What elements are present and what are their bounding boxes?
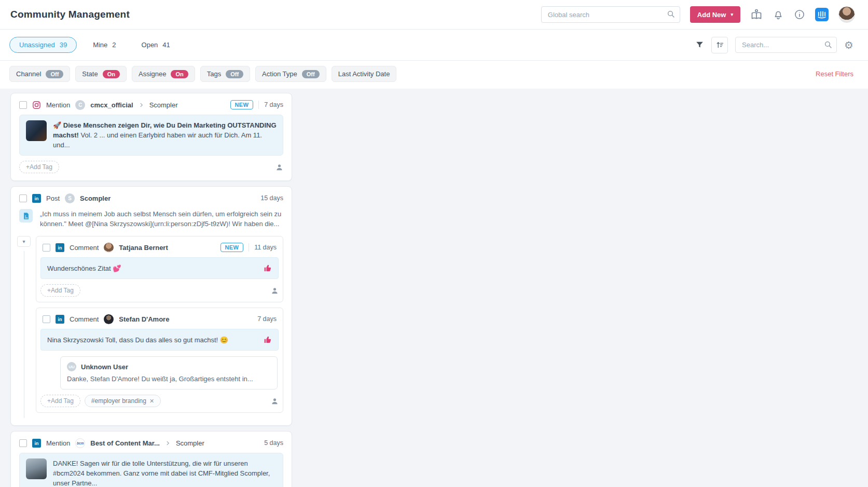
assign-user-icon[interactable]	[271, 287, 279, 295]
toggle-badge: Off	[226, 70, 243, 78]
linkedin-icon: in	[56, 243, 64, 252]
assign-user-icon[interactable]	[271, 397, 279, 405]
filter-chip-channel[interactable]: Channel Off	[9, 66, 70, 82]
commenter-name[interactable]: Tatjana Bernert	[119, 244, 168, 252]
filter-label: State	[82, 70, 98, 78]
instagram-icon	[32, 101, 41, 109]
comment-footer: +Add Tag	[40, 284, 279, 297]
comment-text: Nina Skrzyszowski Toll, dass Du das alle…	[47, 336, 228, 344]
author-avatar: bcm	[75, 438, 85, 448]
comment-text: Wunderschönes Zitat 💕	[47, 265, 121, 272]
tab-unassigned[interactable]: Unassigned 39	[9, 37, 77, 53]
toggle-badge: Off	[302, 70, 320, 78]
age-label: 11 days	[254, 244, 277, 251]
post-thumbnail	[26, 458, 47, 479]
tab-count: 2	[112, 41, 116, 49]
comment-header: in Comment Stefan D'Amore 7 days	[40, 314, 279, 324]
comment-body[interactable]: Wunderschönes Zitat 💕	[40, 257, 279, 279]
author-name[interactable]: Best of Content Mar...	[90, 439, 160, 447]
new-badge: NEW	[230, 100, 254, 109]
author-avatar: S	[65, 193, 75, 203]
search-icon	[667, 10, 675, 20]
filter-chip-assignee[interactable]: Assignee On	[132, 66, 195, 82]
target-account[interactable]: Scompler	[176, 439, 204, 447]
select-checkbox[interactable]	[43, 244, 50, 252]
tab-label: Open	[142, 41, 158, 49]
author-name[interactable]: Scompler	[80, 194, 111, 202]
global-search-input[interactable]	[541, 6, 680, 23]
header-actions: Add New ▾	[541, 6, 855, 23]
post-snippet[interactable]: 🚀 Diese Menschen zeigen Dir, wie Du Dein…	[19, 115, 283, 156]
tag-chip[interactable]: #employer branding ✕	[85, 395, 161, 407]
author-name[interactable]: cmcx_official	[90, 101, 133, 109]
add-tag-button[interactable]: +Add Tag	[19, 161, 59, 173]
feed-search-input[interactable]	[735, 37, 837, 53]
assign-user-icon[interactable]	[275, 163, 283, 171]
card-header: in Mention bcm Best of Content Mar... Sc…	[19, 438, 283, 448]
author-avatar: C	[75, 100, 85, 110]
target-account[interactable]: Scompler	[149, 101, 178, 109]
like-reaction-icon	[264, 336, 272, 344]
filter-chip-tags[interactable]: Tags Off	[200, 66, 250, 82]
filter-chip-last-activity-date[interactable]: Last Activity Date	[332, 66, 397, 82]
tab-label: Unassigned	[19, 41, 55, 49]
filter-chip-action-type[interactable]: Action Type Off	[255, 66, 326, 82]
age-label: 15 days	[260, 194, 283, 202]
comment-card[interactable]: in Comment Tatjana Bernert NEW 11 days	[36, 236, 283, 302]
reply-avatar: UU	[67, 362, 76, 371]
feed-card-mention-linkedin[interactable]: in Mention bcm Best of Content Mar... Sc…	[10, 431, 292, 487]
card-header: Mention C cmcx_official Scompler NEW 7 d…	[19, 100, 283, 110]
feed-card-post-linkedin[interactable]: in Post S Scompler 15 days „Ich muss in …	[10, 186, 292, 426]
reset-filters-link[interactable]: Reset Filters	[816, 70, 853, 78]
post-text: DANKE! Sagen wir für die tolle Unterstüt…	[53, 458, 277, 487]
community-management-page: Community Management Add New ▾	[0, 0, 868, 487]
tab-mine[interactable]: Mine 2	[84, 37, 125, 52]
linkedin-icon: in	[32, 439, 41, 448]
chevron-down-icon: ▾	[731, 12, 733, 17]
sort-button[interactable]	[711, 37, 728, 53]
select-checkbox[interactable]	[43, 315, 50, 323]
commenter-avatar	[104, 243, 114, 253]
notifications-bell-icon[interactable]	[773, 9, 784, 20]
info-icon[interactable]	[794, 9, 805, 20]
search-icon	[824, 40, 832, 51]
toggle-badge: On	[103, 70, 120, 78]
filter-funnel-icon[interactable]	[695, 40, 704, 49]
comment-body[interactable]: Nina Skrzyszowski Toll, dass Du das alle…	[40, 329, 279, 351]
user-avatar[interactable]	[838, 6, 855, 23]
settings-gear-icon[interactable]: ⚙	[844, 40, 853, 50]
remove-tag-icon[interactable]: ✕	[149, 398, 154, 405]
reply-author: Unknown User	[81, 363, 128, 371]
filter-bar: Channel Off State On Assignee On Tags Of…	[0, 61, 868, 89]
post-body[interactable]: „Ich muss in meinem Job auch selbst Mens…	[19, 209, 283, 229]
age-label: 7 days	[257, 315, 277, 323]
age-label: 7 days	[264, 101, 283, 108]
tab-count: 39	[60, 41, 67, 49]
comment-footer: +Add Tag #employer branding ✕	[40, 395, 279, 407]
post-snippet[interactable]: DANKE! Sagen wir für die tolle Unterstüt…	[19, 453, 283, 487]
tab-open[interactable]: Open 41	[132, 37, 180, 52]
comment-card[interactable]: in Comment Stefan D'Amore 7 days Nin	[36, 308, 283, 413]
add-tag-button[interactable]: +Add Tag	[40, 395, 80, 407]
reply-box[interactable]: UU Unknown User Danke, Stefan D'Amore! D…	[60, 356, 278, 389]
comment-meta: NEW 11 days	[221, 243, 277, 252]
add-new-label: Add New	[697, 11, 726, 19]
reply-header: UU Unknown User	[67, 362, 271, 371]
chevron-right-icon	[139, 102, 144, 108]
commenter-name[interactable]: Stefan D'Amore	[119, 315, 169, 323]
filter-label: Action Type	[262, 70, 297, 78]
select-checkbox[interactable]	[19, 101, 27, 109]
toggle-badge: Off	[46, 70, 63, 78]
toolbar-right: ⚙	[695, 37, 853, 53]
filter-chip-state[interactable]: State On	[75, 66, 127, 82]
select-checkbox[interactable]	[19, 439, 27, 447]
interaction-type: Post	[46, 194, 60, 202]
queue-toolbar: Unassigned 39 Mine 2 Open 41 ⚙	[0, 30, 868, 61]
feed-card-mention-instagram[interactable]: Mention C cmcx_official Scompler NEW 7 d…	[10, 93, 292, 181]
intercom-messenger-icon[interactable]	[815, 8, 829, 21]
select-checkbox[interactable]	[19, 194, 27, 202]
add-tag-button[interactable]: +Add Tag	[40, 284, 80, 297]
collapse-thread-button[interactable]: ▾	[17, 236, 31, 247]
knowledge-base-icon[interactable]	[750, 8, 763, 21]
add-new-button[interactable]: Add New ▾	[690, 6, 740, 23]
